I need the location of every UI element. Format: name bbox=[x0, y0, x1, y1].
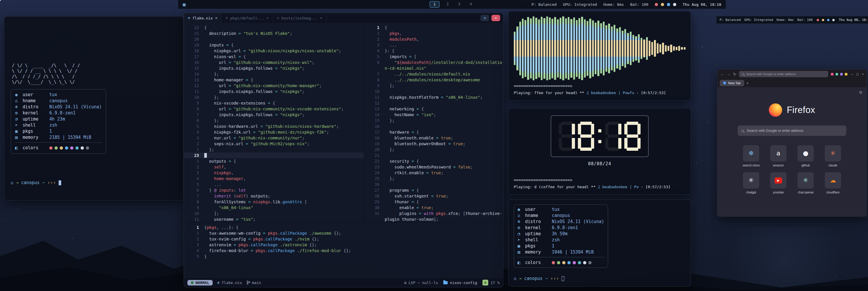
line-number: 2 bbox=[184, 164, 204, 170]
tab-close-button[interactable]: × bbox=[320, 16, 322, 20]
shortcut-cloudflare[interactable]: ☁cloudflare bbox=[822, 172, 844, 194]
tab-new-tab[interactable]: New Tab bbox=[720, 80, 744, 86]
cloudflare-icon: ☁ bbox=[825, 172, 841, 188]
visualizer-bar bbox=[533, 16, 534, 81]
tray-icon[interactable] bbox=[822, 19, 824, 21]
editor-pane-pkgs-default-nix[interactable]: 1{pkgs, ...}: {1 tux-awesome-wm-config =… bbox=[184, 223, 503, 278]
tab-close-button[interactable]: × bbox=[215, 16, 217, 20]
line-number: 16 bbox=[184, 60, 204, 65]
buffer-close-button[interactable]: × bbox=[491, 15, 500, 21]
youtube-icon: ▶ bbox=[770, 172, 786, 188]
status-segment: GPU: Integrated bbox=[563, 2, 597, 7]
code-line: 15 inputs.nixpkgs.follows = "nixpkgs"; bbox=[184, 65, 364, 71]
code-line: 14 }; bbox=[184, 71, 364, 77]
extension-icon[interactable] bbox=[836, 73, 838, 76]
workspace-button-2[interactable]: 2 bbox=[444, 1, 451, 7]
newtab-search-bar[interactable]: Search with Google or enter address bbox=[738, 125, 846, 136]
code-line: 20 }; bbox=[364, 147, 503, 152]
buffer-list-button[interactable]: ≡ bbox=[480, 15, 489, 21]
visualizer-bar bbox=[589, 16, 591, 81]
visualizer-bar bbox=[651, 16, 653, 81]
line-number: 10 bbox=[184, 94, 204, 100]
line-number bbox=[364, 216, 385, 222]
visualizer-bar bbox=[638, 16, 640, 81]
bar-clock[interactable]: Thu Aug 08, 18:18 bbox=[839, 18, 868, 22]
extension-icon[interactable] bbox=[840, 73, 843, 76]
statusline-right: ⚙ LSP ~ null-ls nixos-config ≡ 17 % bbox=[404, 280, 500, 286]
code-line: 11 username = "tux"; bbox=[184, 216, 364, 222]
app-launcher-icon[interactable]: ▦ bbox=[183, 2, 186, 7]
firefox-branding: Firefox bbox=[769, 104, 815, 117]
color-dot bbox=[49, 146, 53, 150]
editor-pane-flake-nix[interactable]: 22{21 description = "tux's NixOS Flake";… bbox=[184, 23, 364, 222]
shortcut-github[interactable]: ●github bbox=[794, 145, 817, 167]
shortcut-youtube[interactable]: ▶youtube bbox=[767, 172, 790, 194]
reload-button[interactable]: ↻ bbox=[733, 72, 736, 77]
code-line: 29 thunar = { bbox=[364, 199, 503, 205]
personalize-gear-icon[interactable]: ⚙ bbox=[859, 90, 863, 95]
fetch-row-uptime: ◔uptime3h 59m bbox=[518, 231, 604, 237]
workspace-button-3[interactable]: 3 bbox=[456, 1, 463, 7]
shell-prompt[interactable]: ⌂ → canopus ~ ››› bbox=[11, 180, 177, 185]
visualizer-bar bbox=[535, 16, 537, 81]
code-line: 18 bluetooth.enable = true; bbox=[364, 135, 503, 141]
bar-clock[interactable]: Thu Aug 08, 18:18 bbox=[683, 2, 721, 7]
line-number: 18 bbox=[184, 48, 204, 54]
close-button[interactable]: × bbox=[862, 72, 864, 76]
shortcut-amazon[interactable]: aamazon bbox=[767, 145, 790, 167]
tray-icon[interactable] bbox=[661, 3, 664, 6]
line-number: 7 bbox=[184, 112, 204, 118]
editor-tab-flake-nix[interactable]: ❄flake.nix× bbox=[184, 13, 222, 23]
terminal-window[interactable]: / \/ \ ____ _/\ \ / / \ \/ / / __ \ \ \ … bbox=[4, 16, 183, 200]
new-tab-button[interactable]: + bbox=[746, 81, 749, 85]
address-bar[interactable]: Search with Google or enter address bbox=[739, 71, 828, 77]
fetch-key: uptime bbox=[23, 116, 49, 122]
pkgs-icon: ▣ bbox=[15, 128, 23, 135]
code-line: 28 ssh.startAgent = true; bbox=[364, 193, 503, 199]
fetch-row-hname: ⌂hnamecanopus bbox=[15, 98, 102, 104]
extension-icon[interactable] bbox=[831, 73, 834, 76]
shortcut-chat.openai[interactable]: ✳chat.openai bbox=[794, 172, 817, 194]
fetch-row-hname: ⌂hnamecanopus bbox=[518, 212, 604, 219]
tray-icon[interactable] bbox=[817, 19, 819, 21]
cwd-indicator: nixos-config bbox=[443, 281, 477, 285]
chat.openai-icon: ✳ bbox=[798, 172, 814, 188]
line-number: 9 bbox=[364, 83, 385, 89]
code-line: 8 forAllSystems = nixpkgs.lib.genAttrs [ bbox=[184, 199, 364, 205]
editor-pane-iso-nix[interactable]: 1{1 pkgs,2 modulesPath,3 ...4}: {5 impor… bbox=[364, 23, 503, 222]
workspace-button-4[interactable]: 4 bbox=[467, 1, 474, 7]
statusline-filename: flake.nix bbox=[222, 281, 242, 285]
visualizer-bar bbox=[562, 16, 564, 81]
scroll-position: ≡ 17 % bbox=[483, 280, 500, 286]
code-line: 1 tux-awesome-wm-config = pkgs.callPacka… bbox=[184, 230, 503, 236]
status-segments: P: BalancedGPU: IntegratedHome: 6msBat: … bbox=[720, 18, 813, 22]
line-number: 26 bbox=[364, 181, 385, 187]
shortcut-search.nixos[interactable]: ❄search.nixos bbox=[740, 145, 763, 167]
editor-tab-pkgs-default-[interactable]: ❄pkgs/default...× bbox=[222, 13, 273, 23]
minimize-button[interactable]: – bbox=[851, 72, 853, 76]
editor-tab-hosts-isoImag-[interactable]: ❄hosts/isoImag...× bbox=[273, 13, 327, 23]
code-line: 26 bbox=[364, 181, 503, 187]
extension-icon[interactable] bbox=[845, 73, 847, 76]
maximize-button[interactable]: ▢ bbox=[856, 72, 859, 76]
code-line: 20 bbox=[184, 36, 364, 42]
tray-icon[interactable] bbox=[827, 19, 829, 21]
forward-button[interactable]: → bbox=[727, 72, 731, 77]
code-line: 1 }; bbox=[184, 147, 364, 152]
clock-colon bbox=[597, 122, 602, 151]
tray-icon[interactable] bbox=[673, 3, 676, 6]
search-icon bbox=[742, 73, 744, 76]
mode-indicator: NORMAL bbox=[187, 280, 213, 286]
tray-icon[interactable] bbox=[832, 19, 835, 21]
home-icon: ⌂ bbox=[514, 276, 517, 281]
color-dot bbox=[583, 261, 586, 264]
mode-icon bbox=[191, 282, 193, 284]
workspace-button-1[interactable]: 1 bbox=[430, 1, 439, 7]
tab-close-button[interactable]: × bbox=[267, 16, 269, 20]
shortcut-claude[interactable]: ✳claude bbox=[822, 145, 844, 167]
back-button[interactable]: ← bbox=[720, 72, 724, 77]
tray-icon[interactable] bbox=[655, 3, 658, 6]
tray-icon[interactable] bbox=[667, 3, 670, 6]
shortcut-chatgpt[interactable]: ✳chatgpt bbox=[740, 172, 763, 194]
shell-prompt[interactable]: ⌂ → canopus ~ ››› bbox=[514, 276, 685, 281]
